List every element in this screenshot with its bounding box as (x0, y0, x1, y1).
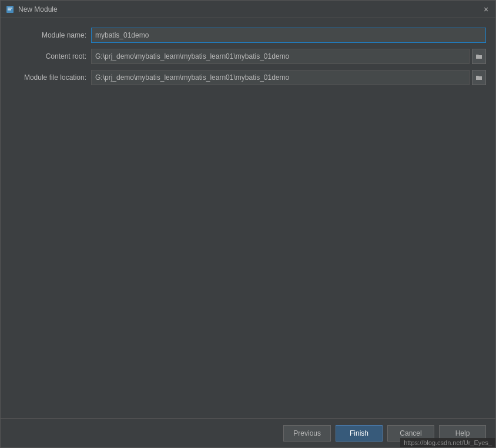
module-name-input[interactable] (91, 28, 486, 43)
module-file-location-row: Module file location: (10, 70, 486, 85)
svg-rect-1 (8, 8, 12, 9)
content-root-row: Content root: (10, 49, 486, 64)
previous-button[interactable]: Previous (283, 425, 331, 442)
module-name-label: Module name: (10, 31, 86, 39)
finish-button[interactable]: Finish (336, 425, 383, 442)
module-icon (5, 5, 15, 14)
module-file-location-input[interactable] (91, 70, 470, 85)
module-file-location-browse-button[interactable] (472, 70, 486, 85)
module-file-location-label: Module file location: (10, 73, 86, 82)
new-module-dialog: New Module × Module name: Content root: (0, 0, 496, 448)
svg-rect-2 (8, 9, 11, 11)
module-name-input-wrapper (91, 28, 486, 43)
folder-icon (475, 53, 482, 60)
titlebar-left: New Module (5, 5, 58, 14)
module-name-row: Module name: (10, 28, 486, 43)
folder-icon-2 (475, 74, 482, 81)
module-file-location-input-wrapper (91, 70, 486, 85)
dialog-content: Module name: Content root: Module file l… (1, 18, 495, 418)
close-button[interactable]: × (481, 5, 491, 14)
titlebar: New Module × (1, 1, 495, 18)
dialog-title: New Module (18, 5, 58, 14)
content-spacer (10, 91, 486, 409)
content-root-input[interactable] (91, 49, 470, 64)
content-root-label: Content root: (10, 52, 86, 60)
content-root-input-wrapper (91, 49, 486, 64)
url-bar: https://blog.csdn.net/Ur_Eyes_ (400, 438, 495, 447)
content-root-browse-button[interactable] (472, 49, 486, 64)
